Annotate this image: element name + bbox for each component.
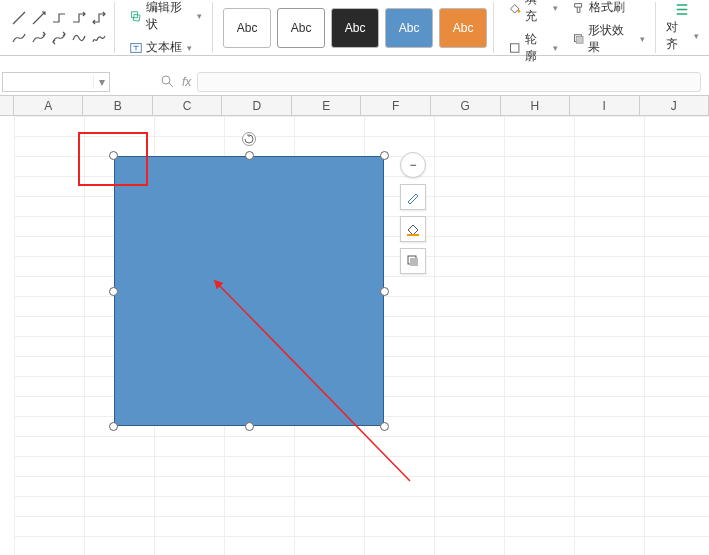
chevron-down-icon: ▾ <box>640 34 645 44</box>
column-headers: A B C D E F G H I J <box>0 96 709 116</box>
worksheet[interactable]: A B C D E F G H I J − <box>0 96 709 555</box>
effects-icon <box>572 32 586 46</box>
outline-button[interactable]: 轮廓 ▾ <box>504 29 562 67</box>
col-header-E[interactable]: E <box>292 96 362 115</box>
outline-icon <box>508 41 521 55</box>
pen-icon <box>405 189 421 205</box>
quick-shadow-button[interactable] <box>400 248 426 274</box>
name-box-dropdown-icon[interactable]: ▾ <box>93 75 109 89</box>
chevron-down-icon: ▾ <box>553 43 558 53</box>
name-box[interactable]: ▾ <box>2 72 110 92</box>
paint-bucket-icon <box>508 1 521 15</box>
edit-shape-label: 编辑形状 <box>146 0 193 33</box>
collapse-button[interactable]: − <box>400 152 426 178</box>
svg-line-9 <box>218 284 410 481</box>
line-shape-scribble[interactable] <box>90 29 108 47</box>
textbox-button[interactable]: 文本框 ▾ <box>125 37 206 58</box>
style-preset-3[interactable]: Abc <box>331 8 379 48</box>
svg-rect-4 <box>576 36 583 43</box>
col-header-D[interactable]: D <box>222 96 292 115</box>
line-shape-elbow[interactable] <box>50 9 68 27</box>
style-preset-1[interactable]: Abc <box>223 8 271 48</box>
line-shape-arrow[interactable] <box>30 9 48 27</box>
line-shape-elbow-double[interactable] <box>90 9 108 27</box>
annotation-arrow <box>210 276 430 496</box>
align-label: 对齐 <box>666 19 689 53</box>
svg-rect-8 <box>410 258 418 266</box>
col-header-B[interactable]: B <box>83 96 153 115</box>
chevron-down-icon: ▾ <box>197 11 202 21</box>
zoom-icon[interactable] <box>160 74 176 90</box>
col-header-F[interactable]: F <box>361 96 431 115</box>
effects-label: 形状效果 <box>588 22 634 56</box>
line-shapes-grid <box>10 9 108 47</box>
col-header-A[interactable]: A <box>14 96 84 115</box>
fill-label: 填充 <box>525 0 548 25</box>
fill-button[interactable]: 填充 ▾ <box>504 0 562 27</box>
formula-bar: ▾ fx <box>0 68 709 96</box>
col-header-I[interactable]: I <box>570 96 640 115</box>
format-painter-label: 格式刷 <box>589 0 625 16</box>
svg-point-1 <box>518 10 521 13</box>
rotate-icon <box>244 134 254 144</box>
fx-label: fx <box>182 75 191 89</box>
paint-bucket-icon <box>405 221 421 237</box>
line-shape-curve[interactable] <box>10 29 28 47</box>
minus-icon: − <box>409 158 416 172</box>
svg-rect-6 <box>407 234 419 236</box>
textbox-icon <box>129 41 143 55</box>
col-header-C[interactable]: C <box>153 96 223 115</box>
resize-handle-sw[interactable] <box>109 422 118 431</box>
svg-point-5 <box>162 76 170 84</box>
style-preset-5[interactable]: Abc <box>439 8 487 48</box>
line-shape-curve-double[interactable] <box>50 29 68 47</box>
outline-label: 轮廓 <box>525 31 548 65</box>
line-shape-elbow-arrow[interactable] <box>70 9 88 27</box>
edit-shape-icon <box>129 9 143 23</box>
resize-handle-w[interactable] <box>109 287 118 296</box>
shape-effects-button[interactable]: 形状效果 ▾ <box>568 20 649 58</box>
floating-toolbar: − <box>400 152 426 274</box>
style-presets-group: Abc Abc Abc Abc Abc <box>217 2 494 53</box>
annotation-box <box>78 132 148 186</box>
quick-fill-button[interactable] <box>400 216 426 242</box>
format-painter-icon <box>572 1 586 15</box>
shadow-icon <box>405 253 421 269</box>
shape-edit-group: 编辑形状 ▾ 文本框 ▾ <box>119 2 213 53</box>
line-shape-diag[interactable] <box>10 9 28 27</box>
format-group: 填充 ▾ 轮廓 ▾ 格式刷 形状效果 ▾ <box>498 2 656 53</box>
quick-outline-button[interactable] <box>400 184 426 210</box>
align-icon <box>672 2 692 17</box>
format-painter-button[interactable]: 格式刷 <box>568 0 649 18</box>
select-all-corner[interactable] <box>0 96 14 115</box>
col-header-H[interactable]: H <box>501 96 571 115</box>
col-header-J[interactable]: J <box>640 96 709 115</box>
align-group: 对齐 ▾ <box>660 2 705 53</box>
resize-handle-ne[interactable] <box>380 151 389 160</box>
align-button[interactable]: 对齐 ▾ <box>666 19 699 53</box>
style-preset-4[interactable]: Abc <box>385 8 433 48</box>
col-header-G[interactable]: G <box>431 96 501 115</box>
edit-shape-button[interactable]: 编辑形状 ▾ <box>125 0 206 35</box>
line-shapes-group <box>4 2 115 53</box>
chevron-down-icon: ▾ <box>187 43 192 53</box>
chevron-down-icon: ▾ <box>553 3 558 13</box>
ribbon: 编辑形状 ▾ 文本框 ▾ Abc Abc Abc Abc Abc 填充 ▾ <box>0 0 709 56</box>
line-shape-curve-arrow[interactable] <box>30 29 48 47</box>
formula-input[interactable] <box>197 72 701 92</box>
resize-handle-n[interactable] <box>245 151 254 160</box>
rotate-handle[interactable] <box>242 132 256 146</box>
line-shape-freeform[interactable] <box>70 29 88 47</box>
style-preset-2[interactable]: Abc <box>277 8 325 48</box>
svg-rect-2 <box>511 43 519 51</box>
chevron-down-icon: ▾ <box>694 31 699 41</box>
textbox-label: 文本框 <box>146 39 182 56</box>
